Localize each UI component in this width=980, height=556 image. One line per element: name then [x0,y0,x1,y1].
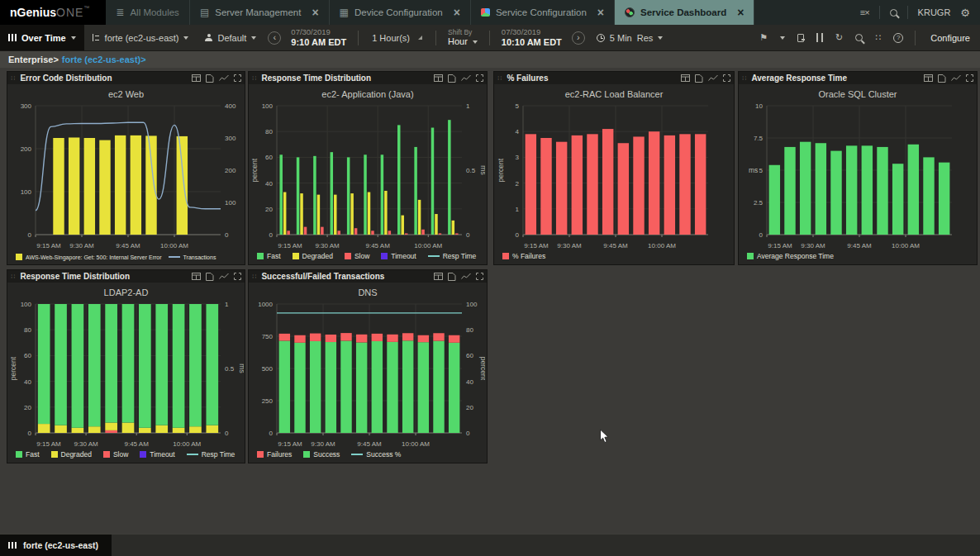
resolution-selector[interactable]: 5 Min Res [588,25,671,50]
svg-text:60: 60 [466,352,473,359]
search-icon[interactable] [890,9,897,17]
legend-item[interactable]: Resp Time [187,450,235,459]
chart-canvas[interactable]: 02040608010000.519:15 AM9:30 AM9:45 AM10… [250,101,485,253]
maximize-icon[interactable] [966,74,973,82]
shift-forward-button[interactable]: › [572,31,585,45]
close-tab-icon[interactable]: × [454,7,460,18]
duration-selector[interactable]: 1 Hour(s) [364,25,431,50]
trend-line-icon[interactable] [951,74,961,82]
chart-canvas[interactable]: 025050075010000204060801009:15 AM9:30 AM… [250,299,485,451]
trend-line-icon[interactable] [219,74,229,82]
username[interactable]: KRUGR [918,7,951,17]
shift-back-button[interactable]: ‹ [268,31,281,45]
gear-icon[interactable]: ⚙ [960,7,970,19]
legend-label: Timeout [150,450,174,459]
legend-item[interactable]: Average Response Time [747,252,834,260]
legend-item[interactable]: % Failures [502,252,545,260]
chevron-down-icon [251,36,256,40]
tab-server-management[interactable]: ▤ Server Management × [190,0,330,25]
trend-line-icon[interactable] [219,273,229,280]
legend-item[interactable]: Slow [345,252,369,260]
tab-all-modules[interactable]: ≣ All Modules [106,0,190,25]
resolution-suffix: Res [637,33,654,43]
export-icon[interactable] [938,74,946,83]
legend-label: Degraded [61,450,92,459]
panel-header[interactable]: ⁞⁞ Response Time Distribution [249,72,487,84]
maximize-icon[interactable] [723,74,730,82]
refresh-icon[interactable]: ↻ [835,32,843,43]
maximize-icon[interactable] [234,74,241,82]
legend-item[interactable]: Degraded [293,252,333,260]
chevron-down-icon[interactable] [780,36,785,40]
trend-line-icon[interactable] [708,74,718,82]
maximize-icon[interactable] [476,74,483,82]
panel-header[interactable]: ⁞⁞ Average Response Time [739,72,977,84]
configure-button[interactable]: Configure [921,25,980,50]
legend-item[interactable]: Transactions [169,254,216,260]
table-view-icon[interactable] [924,74,933,82]
drag-handle-icon[interactable]: ⁞⁞ [252,75,257,82]
breadcrumb-root[interactable]: Enterprise> [8,55,59,64]
table-view-icon[interactable] [434,273,443,280]
close-tab-icon[interactable]: × [737,7,744,18]
chart-canvas[interactable]: 010020030001002003004009:15 AM9:30 AM9:4… [9,101,244,253]
legend-item[interactable]: Timeout [140,450,174,459]
end-datetime[interactable]: 07/30/2019 10:10 AM EDT [495,25,568,50]
start-datetime[interactable]: 07/30/2019 9:10 AM EDT [284,25,353,50]
chart-canvas[interactable]: 02.557.5109:15 AM9:30 AM9:45 AM10:00 AMm… [740,101,975,253]
chart-canvas[interactable]: 02040608010000.519:15 AM9:30 AM9:45 AM10… [9,299,244,451]
export-icon[interactable] [448,273,456,281]
legend-item[interactable]: AWS-Web-Singapore: Get: 500: Internal Se… [16,254,162,260]
legend-item[interactable]: Timeout [381,252,416,260]
drag-handle-icon[interactable]: ⁞⁞ [11,273,16,280]
panel-header[interactable]: ⁞⁞ Response Time Distribution [7,270,245,283]
divider [489,31,490,45]
maximize-icon[interactable] [234,273,241,280]
legend-item[interactable]: Fast [16,450,40,459]
drag-handle-icon[interactable]: ⁞⁞ [11,75,16,82]
trend-line-icon[interactable] [461,273,471,280]
table-view-icon[interactable] [192,74,201,82]
export-icon[interactable] [448,74,456,83]
export-icon[interactable] [206,273,214,281]
export-icon[interactable] [206,74,214,83]
table-view-icon[interactable] [434,74,443,82]
flag-icon[interactable]: ⚑ [759,32,768,43]
close-tab-icon[interactable]: × [312,7,318,18]
breadcrumb-current[interactable]: forte (ec2-us-east)> [62,55,146,64]
close-tab-icon[interactable]: × [597,7,604,18]
legend-item[interactable]: Success [303,450,340,459]
zoom-icon[interactable] [855,34,863,41]
drag-handle-icon[interactable]: ⁞⁞ [497,75,502,82]
legend-item[interactable]: Fast [257,252,281,260]
shift-by-selector[interactable]: Shift By Hour [441,25,484,50]
legend-item[interactable]: Degraded [51,450,92,459]
drag-handle-icon[interactable]: ⁞⁞ [252,273,257,280]
maximize-icon[interactable] [476,273,483,280]
drag-handle-icon[interactable]: ⁞⁞ [742,75,747,82]
context-selector[interactable]: forte (ec2-us-east) [84,25,197,50]
panel-header[interactable]: ⁞⁞ % Failures [494,72,734,84]
legend-item[interactable]: Success % [351,450,401,459]
view-selector[interactable]: Over Time [0,25,84,50]
minimized-view-tab[interactable]: forte (ec2-us-east) [0,535,112,556]
table-view-icon[interactable] [192,273,201,280]
tab-device-configuration[interactable]: ▦ Device Configuration × [330,0,471,25]
expand-icon[interactable]: ∷ [875,32,881,43]
legend-item[interactable]: Resp Time [428,252,477,260]
table-view-icon[interactable] [681,74,690,82]
export-icon[interactable] [797,34,804,42]
trend-line-icon[interactable] [461,74,471,82]
legend-item[interactable]: Slow [103,450,128,459]
console-icon[interactable]: ≡× [860,7,869,17]
tab-service-configuration[interactable]: Service Configuration × [471,0,615,25]
profile-selector[interactable]: Default [197,25,264,50]
panel-header[interactable]: ⁞⁞ Successful/Failed Transactions [249,270,487,283]
chart-canvas[interactable]: 0123459:15 AM9:30 AM9:45 AM10:00 AMperce… [497,101,731,253]
help-icon[interactable]: ? [893,33,903,43]
tab-service-dashboard[interactable]: Service Dashboard × [615,0,754,25]
export-icon[interactable] [695,74,703,83]
pause-icon[interactable] [816,33,823,42]
legend-item[interactable]: Failures [257,450,292,459]
panel-header[interactable]: ⁞⁞ Error Code Distribution [7,72,245,84]
